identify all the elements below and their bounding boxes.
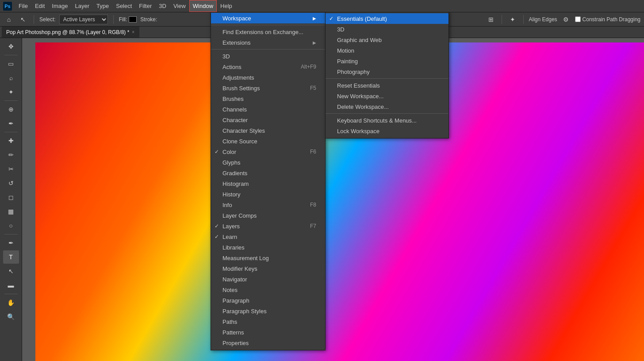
tool-type[interactable]: T xyxy=(3,250,19,264)
tool-history-brush[interactable]: ↺ xyxy=(3,177,19,190)
menu-gradients[interactable]: Gradients xyxy=(211,168,325,178)
tool-shape[interactable]: ▬ xyxy=(3,279,19,292)
menu-channels[interactable]: Channels xyxy=(211,104,325,115)
menu-character[interactable]: Character xyxy=(211,115,325,125)
menu-image[interactable]: Image xyxy=(48,0,71,12)
move-tool-btn[interactable]: ↖ xyxy=(18,14,28,25)
ws-delete-workspace[interactable]: Delete Workspace... xyxy=(326,101,448,112)
menu-brush-settings[interactable]: Brush Settings F5 xyxy=(211,83,325,93)
tool-sep-5 xyxy=(4,294,18,294)
constrain-label[interactable]: Constrain Path Dragging xyxy=(575,16,640,23)
tool-lasso[interactable]: ⌕ xyxy=(3,71,19,84)
ws-photography[interactable]: Photography xyxy=(326,66,448,77)
fill-swatch[interactable] xyxy=(129,16,137,23)
window-dropdown: Arrange ▶ Workspace ▶ Essentials (Defaul… xyxy=(211,0,326,350)
window-menu-dropdown: Arrange ▶ Workspace ▶ Essentials (Defaul… xyxy=(211,0,326,350)
menu-window[interactable]: Window xyxy=(189,0,217,12)
ws-reset-essentials[interactable]: Reset Essentials xyxy=(326,80,448,91)
ws-motion[interactable]: Motion xyxy=(326,45,448,56)
home-btn[interactable]: ⌂ xyxy=(4,14,14,25)
menu-workspace[interactable]: Workspace ▶ Essentials (Default) 3D Grap… xyxy=(211,13,325,23)
brush-settings-shortcut: F5 xyxy=(310,85,316,91)
ws-essentials[interactable]: Essentials (Default) xyxy=(326,13,448,24)
document-tab[interactable]: Pop Art Photoshop.png @ 88.7% (Layer 0, … xyxy=(2,27,139,38)
tool-gradient[interactable]: ▦ xyxy=(3,205,19,218)
menu-brushes[interactable]: Brushes xyxy=(211,93,325,104)
tab-close-btn[interactable]: × xyxy=(132,30,134,35)
tool-magic-wand[interactable]: ✦ xyxy=(3,85,19,99)
menu-select[interactable]: Select xyxy=(112,0,135,12)
menu-modifier-keys[interactable]: Modifier Keys xyxy=(211,263,325,274)
active-layers-select[interactable]: Active Layers xyxy=(59,15,108,24)
tool-path-select[interactable]: ↖ xyxy=(3,265,19,278)
settings-btn[interactable]: ⚙ xyxy=(561,14,571,25)
ws-sep-2 xyxy=(326,113,448,114)
left-toolbar: ✥ ▭ ⌕ ✦ ⊕ ✒ ✚ ✏ ✂ ↺ ◻ ▦ ○ ✒ T ↖ ▬ ✋ 🔍 xyxy=(0,38,22,361)
menu-info[interactable]: Info F8 xyxy=(211,200,325,210)
tool-eraser[interactable]: ◻ xyxy=(3,191,19,204)
menu-3d[interactable]: 3D xyxy=(155,0,170,12)
menu-navigator[interactable]: Navigator xyxy=(211,274,325,284)
tool-eyedropper[interactable]: ✒ xyxy=(3,117,19,130)
ws-graphic-web[interactable]: Graphic and Web xyxy=(326,35,448,45)
tool-healing[interactable]: ✚ xyxy=(3,134,19,147)
constrain-checkbox[interactable] xyxy=(575,16,581,22)
select-label: Select: xyxy=(39,16,56,23)
tool-move[interactable]: ✥ xyxy=(3,40,19,53)
ws-sep-1 xyxy=(326,78,448,79)
wand-btn[interactable]: ✦ xyxy=(507,14,518,25)
menu-extensions[interactable]: Extensions ▶ xyxy=(211,37,325,48)
menu-measurement-log[interactable]: Measurement Log xyxy=(211,253,325,263)
menu-learn[interactable]: Learn xyxy=(211,231,325,242)
options-sep-1 xyxy=(34,15,34,24)
ws-keyboard-shortcuts[interactable]: Keyboard Shortcuts & Menus... xyxy=(326,115,448,126)
menu-notes[interactable]: Notes xyxy=(211,284,325,295)
workspace-submenu: Essentials (Default) 3D Graphic and Web … xyxy=(325,11,449,138)
tool-dodge[interactable]: ○ xyxy=(3,219,19,232)
menu-layer[interactable]: Layer xyxy=(72,0,93,12)
ws-painting[interactable]: Painting xyxy=(326,56,448,66)
info-shortcut: F8 xyxy=(310,202,316,208)
menu-clone-source[interactable]: Clone Source xyxy=(211,136,325,146)
menu-libraries[interactable]: Libraries xyxy=(211,242,325,253)
tool-crop[interactable]: ⊕ xyxy=(3,103,19,116)
menu-find-extensions[interactable]: Find Extensions on Exchange... xyxy=(211,27,325,37)
menu-history[interactable]: History xyxy=(211,189,325,200)
ws-3d[interactable]: 3D xyxy=(326,24,448,35)
ws-lock-workspace[interactable]: Lock Workspace xyxy=(326,126,448,136)
ws-new-workspace[interactable]: New Workspace... xyxy=(326,91,448,101)
menu-layers[interactable]: Layers F7 xyxy=(211,221,325,231)
menu-file[interactable]: File xyxy=(15,0,31,12)
tool-stamp[interactable]: ✂ xyxy=(3,162,19,176)
tool-pen[interactable]: ✒ xyxy=(3,236,19,250)
menu-glyphs[interactable]: Glyphs xyxy=(211,157,325,168)
arrange-btn[interactable]: ⊞ xyxy=(486,14,496,25)
menu-paragraph-styles[interactable]: Paragraph Styles xyxy=(211,306,325,316)
tool-sep-2 xyxy=(4,100,18,101)
tool-zoom[interactable]: 🔍 xyxy=(3,310,19,323)
menu-patterns[interactable]: Patterns xyxy=(211,327,325,338)
options-sep-2 xyxy=(113,15,114,24)
tool-brush[interactable]: ✏ xyxy=(3,148,19,161)
menu-properties[interactable]: Properties xyxy=(211,338,325,348)
menu-actions[interactable]: Actions Alt+F9 xyxy=(211,61,325,72)
menu-histogram[interactable]: Histogram xyxy=(211,178,325,189)
menu-filter[interactable]: Filter xyxy=(135,0,155,12)
menu-color[interactable]: Color F6 xyxy=(211,146,325,157)
window-sep-1 xyxy=(211,25,325,25)
tool-hand[interactable]: ✋ xyxy=(3,296,19,309)
tool-select-rect[interactable]: ▭ xyxy=(3,57,19,70)
menu-paragraph[interactable]: Paragraph xyxy=(211,295,325,306)
align-edges-label: Align Edges xyxy=(529,16,557,23)
menu-type[interactable]: Type xyxy=(93,0,112,12)
menu-view[interactable]: View xyxy=(170,0,189,12)
color-shortcut: F6 xyxy=(310,149,316,155)
menu-edit[interactable]: Edit xyxy=(31,0,48,12)
tool-sep-4 xyxy=(4,234,18,234)
menu-paths[interactable]: Paths xyxy=(211,316,325,327)
menu-help[interactable]: Help xyxy=(217,0,236,12)
menu-character-styles[interactable]: Character Styles xyxy=(211,125,325,136)
menu-layer-comps[interactable]: Layer Comps xyxy=(211,210,325,221)
menu-3d[interactable]: 3D xyxy=(211,51,325,61)
menu-adjustments[interactable]: Adjustments xyxy=(211,72,325,83)
